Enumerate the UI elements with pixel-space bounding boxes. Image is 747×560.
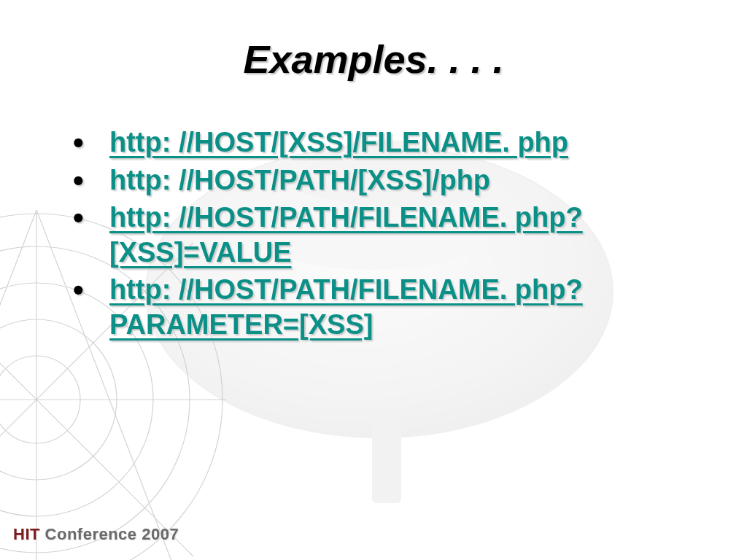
footer-brand: HIT Conference 2007	[13, 525, 179, 544]
slide: Examples. . . . http: //HOST/[XSS]/FILEN…	[0, 0, 747, 560]
example-item: http: //HOST/[XSS]/FILENAME. php	[73, 125, 718, 160]
example-link[interactable]: http: //HOST/PATH/FILENAME. php? PARAMET…	[109, 274, 583, 340]
slide-title: Examples. . . .	[29, 36, 718, 82]
example-text: http: //HOST/PATH/[XSS]/php	[109, 165, 490, 195]
example-item: http: //HOST/PATH/FILENAME. php? [XSS]=V…	[73, 201, 718, 270]
example-list: http: //HOST/[XSS]/FILENAME. php http: /…	[29, 125, 718, 342]
example-item: http: //HOST/PATH/FILENAME. php? PARAMET…	[73, 273, 718, 342]
example-link[interactable]: http: //HOST/[XSS]/FILENAME. php	[109, 127, 568, 158]
brand-rest: Conference 2007	[45, 525, 179, 543]
example-link[interactable]: http: //HOST/PATH/FILENAME. php? [XSS]=V…	[109, 202, 583, 268]
example-item: http: //HOST/PATH/[XSS]/php	[73, 163, 718, 198]
brand-hit: HIT	[13, 525, 45, 543]
